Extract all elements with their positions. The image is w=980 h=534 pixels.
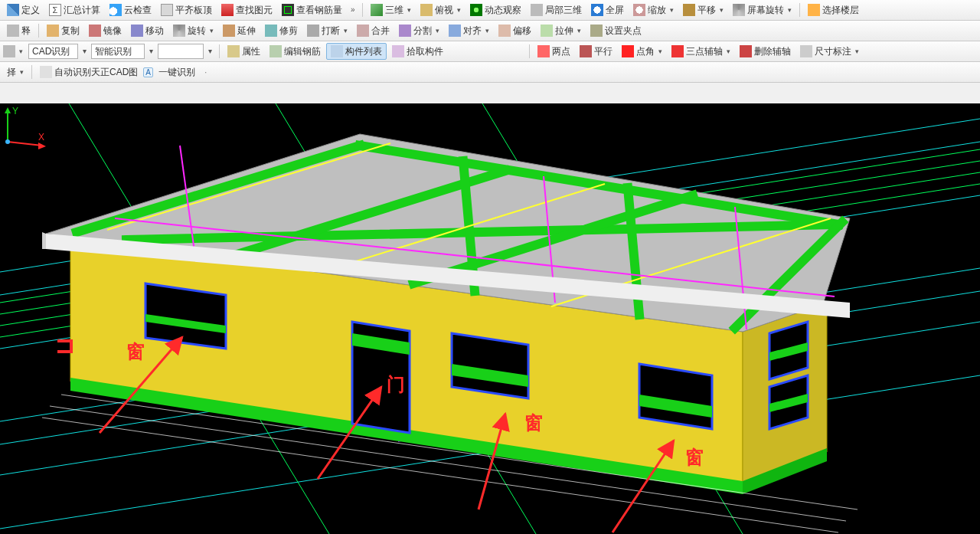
pick-select-button[interactable]: 择 [3,65,28,79]
define-button[interactable]: 定义 [3,2,44,18]
rotate-icon [173,25,185,37]
pick-icon [392,45,404,57]
dot-button[interactable]: · [201,65,211,79]
mirror-button[interactable]: 镜像 [85,23,126,38]
auto-ident-icon [40,66,52,78]
move-button[interactable]: 移动 [127,23,168,38]
trim-button[interactable]: 修剪 [261,23,302,38]
point-angle-label: 点角 [636,46,655,57]
merge-icon [357,25,369,37]
screen-rotate-button[interactable]: 屏幕旋转 [729,2,795,18]
component-list-button[interactable]: 构件列表 [326,43,387,60]
component-list-label: 构件列表 [345,46,382,57]
pick-component-button[interactable]: 拾取构件 [388,44,447,59]
smart-recog-combo[interactable] [91,44,145,59]
dimension-button[interactable]: 尺寸标注 [796,44,863,59]
select-filter-dropdown[interactable] [3,44,27,59]
split-icon [399,25,411,37]
two-point-label: 两点 [552,46,570,57]
align-icon [449,25,461,37]
rotate-icon [733,4,745,16]
view-3d-button[interactable]: 三维 [367,2,415,18]
edit-rebar-label: 编辑钢筋 [284,46,321,57]
properties-label: 属性 [242,46,260,57]
set-grip-button[interactable]: 设置夹点 [586,23,645,38]
dynamic-orbit-button[interactable]: 动态观察 [466,2,525,18]
svg-line-62 [8,142,42,146]
break-icon [307,25,319,37]
trim-icon [265,25,277,37]
sum-calc-button[interactable]: 汇总计算 [45,2,104,18]
separator [31,65,32,79]
gizmo-y-label: Y [12,106,18,116]
stretch-button[interactable]: 拉伸 [537,23,585,38]
toolbar1-overflow-icon[interactable]: » [348,5,358,15]
empty-combo[interactable] [158,44,204,59]
rebar-qty-label: 查看钢筋量 [296,5,342,15]
mirror-icon [89,25,101,37]
cursor-icon [7,25,19,37]
gizmo-x-label: X [38,132,44,143]
cloud-check-label: 云检查 [124,5,152,15]
select-floor-button[interactable]: 选择楼层 [804,2,863,18]
define-label: 定义 [21,5,40,15]
top-view-button[interactable]: 俯视 [416,2,465,18]
two-point-icon [537,45,550,57]
cad-recog-combo[interactable] [28,44,78,59]
rebar-qty-button[interactable]: 查看钢筋量 [278,2,346,18]
break-label: 打断 [322,25,340,36]
local-3d-icon [531,4,543,16]
pick-component-label: 拾取构件 [407,46,443,57]
toolbar-row-3: ▾ ▾ ▾ 属性 编辑钢筋 构件列表 拾取构件 两点 平行 点角 三点辅轴 删除… [0,41,980,62]
properties-icon [227,45,240,57]
cube-3d-icon [371,4,383,16]
zoom-button[interactable]: 缩放 [629,2,678,18]
filter-icon [3,45,15,57]
fullscreen-button[interactable]: 全屏 [587,2,628,18]
auto-ident-tcad-label: 自动识别天正CAD图 [54,67,138,77]
pan-button[interactable]: 平移 [679,2,727,18]
two-point-axis-button[interactable]: 两点 [534,44,574,59]
parallel-axis-button[interactable]: 平行 [576,44,616,59]
find-element-button[interactable]: 查找图元 [217,2,276,18]
point-angle-axis-button[interactable]: 点角 [618,44,666,59]
stretch-label: 拉伸 [555,25,573,36]
properties-button[interactable]: 属性 [224,44,264,59]
edit-rebar-button[interactable]: 编辑钢筋 [266,44,325,59]
auto-ident-tcad-button[interactable]: 自动识别天正CAD图 [36,64,142,80]
extend-icon [223,25,235,37]
stretch-icon [541,25,553,37]
align-label: 对齐 [463,25,482,36]
cad-recog-dropdown-icon[interactable]: ▾ [80,47,90,56]
cloud-check-button[interactable]: 云检查 [106,2,155,18]
three-point-axis-button[interactable]: 三点辅轴 [668,44,734,59]
local-3d-button[interactable]: 局部三维 [527,2,586,18]
fullscreen-label: 全屏 [606,5,624,15]
toolbar-row-4: 择 自动识别天正CAD图 A 一键识别 · [0,62,980,83]
model-viewport[interactable]: 窗 门 窗 窗 Y X [0,103,980,534]
a-toggle-button[interactable]: A [143,67,153,77]
empty-combo-dropdown-icon[interactable]: ▾ [205,47,215,56]
smart-recog-dropdown-icon[interactable]: ▾ [146,47,156,56]
copy-button[interactable]: 复制 [43,23,83,38]
merge-button[interactable]: 合并 [353,23,394,38]
extend-button[interactable]: 延伸 [219,23,260,38]
delete-axis-button[interactable]: 删除辅轴 [736,44,795,59]
dimension-label: 尺寸标注 [815,46,851,57]
grip-icon [590,25,603,37]
oneclick-ident-button[interactable]: 一键识别 [155,65,199,79]
align-button[interactable]: 对齐 [445,23,493,38]
flat-slab-top-button[interactable]: 平齐板顶 [157,2,216,18]
view-3d-label: 三维 [385,5,403,15]
zoom-label: 缩放 [648,5,666,15]
offset-button[interactable]: 偏移 [495,23,535,38]
a-toggle-label: A [145,68,151,77]
break-button[interactable]: 打断 [303,23,351,38]
rotate-button[interactable]: 旋转 [169,23,217,38]
oneclick-ident-label: 一键识别 [158,67,195,77]
split-button[interactable]: 分割 [395,23,443,38]
split-label: 分割 [413,25,432,36]
zoom-icon [633,4,645,16]
svg-marker-38 [42,232,46,249]
select-button[interactable]: 释 [3,23,34,38]
